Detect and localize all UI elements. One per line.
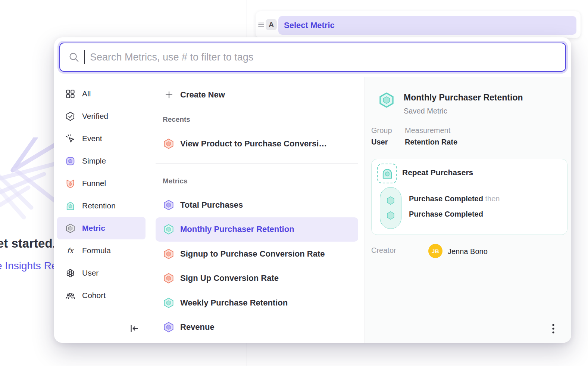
- retention-metric-icon-large: [378, 92, 395, 108]
- sidebar-item-formula[interactable]: fx Formula: [57, 239, 146, 262]
- simple-metric-icon: [65, 156, 75, 166]
- simple-metric-icon: [163, 199, 174, 211]
- metric-item-total-purchases[interactable]: Total Purchases: [156, 193, 358, 217]
- measurement-value: Retention Rate: [405, 138, 457, 146]
- svg-text:fx: fx: [67, 246, 74, 255]
- group-value: User: [371, 138, 388, 146]
- recents-section-header: Recents: [163, 115, 190, 124]
- sidebar-item-label: User: [82, 269, 98, 277]
- sidebar-item-cohort[interactable]: Cohort: [57, 284, 146, 307]
- retention-icon: [65, 201, 75, 211]
- sidebar-item-label: Metric: [82, 224, 105, 233]
- drag-handle-icon[interactable]: [257, 21, 265, 30]
- creator-avatar: JB: [428, 244, 442, 258]
- decorative-chart-lines: [0, 137, 60, 231]
- user-cluster-icon: [65, 268, 75, 278]
- sidebar-item-user[interactable]: User: [57, 262, 146, 284]
- metric-hexagon-icon: [65, 223, 75, 233]
- metrics-list: Total Purchases Monthly Purchaser Retent…: [156, 193, 358, 339]
- create-new-label: Create New: [180, 90, 225, 100]
- background-heading-fragment: et started.: [0, 236, 56, 251]
- metric-item-label: Sign Up Conversion Rate: [180, 273, 279, 283]
- metric-picker-modal: All Verified Event: [54, 37, 571, 343]
- search-icon: [68, 52, 79, 63]
- group-label: Group: [371, 126, 392, 135]
- cursor-click-icon: [65, 134, 75, 144]
- plus-icon: [164, 90, 174, 100]
- search-box[interactable]: [59, 43, 566, 72]
- measurement-label: Measurement: [405, 126, 450, 135]
- sidebar-item-label: Simple: [82, 156, 106, 165]
- metric-item-label: Weekly Purchase Retention: [180, 298, 288, 308]
- sidebar-item-label: Funnel: [82, 179, 106, 188]
- metric-definition-card: Repeat Purchasers Purchase Completed the…: [371, 159, 567, 235]
- sidebar-footer: [54, 314, 149, 343]
- cohort-icon: [65, 291, 75, 301]
- metric-item-revenue[interactable]: Revenue: [156, 315, 358, 340]
- verified-badge-icon: [65, 111, 75, 121]
- metric-item-label: Monthly Purchaser Retention: [180, 224, 294, 234]
- metric-row-badge[interactable]: A: [266, 19, 277, 30]
- metric-item-monthly-purchaser-retention[interactable]: Monthly Purchaser Retention: [156, 217, 358, 242]
- simple-metric-icon: [163, 322, 174, 333]
- detail-footer: [365, 314, 571, 343]
- metric-list-column: Create New Recents View Product to Purch…: [149, 77, 365, 343]
- metric-item-weekly-purchase-retention[interactable]: Weekly Purchase Retention: [156, 291, 358, 315]
- metric-item-label: Revenue: [180, 322, 215, 332]
- sidebar-item-funnel[interactable]: Funnel: [57, 172, 146, 195]
- retention-definition-icon: [377, 164, 397, 183]
- detail-subtitle: Saved Metric: [404, 107, 447, 115]
- funnel-metric-icon: [163, 273, 174, 284]
- sidebar-item-label: Formula: [82, 246, 111, 255]
- list-divider: [156, 163, 358, 164]
- sidebar-item-verified[interactable]: Verified: [57, 105, 146, 127]
- retention-metric-icon: [163, 224, 174, 235]
- category-sidebar: All Verified Event: [54, 77, 149, 343]
- retention-steps-capsule: [380, 187, 401, 229]
- query-builder-row: A Select Metric: [256, 11, 581, 38]
- step-hexagon-icon: [386, 211, 395, 220]
- step-connector: then: [485, 195, 500, 203]
- metric-item-sign-up-conversion[interactable]: Sign Up Conversion Rate: [156, 266, 358, 291]
- recent-metric-label: View Product to Purchase Conversi…: [180, 139, 327, 149]
- sidebar-item-metric[interactable]: Metric: [57, 217, 146, 239]
- detail-title: Monthly Purchaser Retention: [404, 93, 523, 103]
- definition-name: Repeat Purchasers: [402, 168, 473, 177]
- sidebar-item-all[interactable]: All: [57, 83, 146, 105]
- more-options-icon[interactable]: [549, 322, 558, 335]
- background-insights-link[interactable]: e Insights Re: [0, 260, 57, 272]
- step-hexagon-icon: [386, 196, 395, 205]
- sidebar-item-label: All: [82, 89, 91, 98]
- creator-name: Jenna Bono: [448, 247, 488, 256]
- funnel-icon: [65, 179, 75, 189]
- create-new-button[interactable]: Create New: [164, 86, 225, 104]
- sidebar-item-label: Event: [82, 134, 102, 143]
- category-list: All Verified Event: [54, 83, 148, 307]
- formula-icon: fx: [65, 246, 75, 256]
- creator-label: Creator: [371, 246, 396, 255]
- sidebar-item-retention[interactable]: Retention: [57, 195, 146, 217]
- grid-icon: [65, 89, 75, 99]
- sidebar-item-simple[interactable]: Simple: [57, 150, 146, 172]
- metric-item-label: Total Purchases: [180, 200, 243, 210]
- select-metric-pill[interactable]: Select Metric: [278, 16, 576, 35]
- definition-step-2: Purchase Completed: [409, 210, 483, 218]
- sidebar-item-event[interactable]: Event: [57, 127, 146, 150]
- search-input[interactable]: [89, 52, 557, 63]
- sidebar-item-label: Retention: [82, 201, 116, 210]
- funnel-metric-icon: [163, 248, 174, 260]
- definition-step-1: Purchase Completed then: [409, 195, 500, 203]
- collapse-sidebar-icon[interactable]: [129, 323, 139, 334]
- metric-item-label: Signup to Purchase Conversion Rate: [180, 249, 325, 259]
- retention-metric-icon: [163, 297, 174, 308]
- sidebar-item-label: Verified: [82, 112, 108, 121]
- sidebar-item-label: Cohort: [82, 291, 106, 300]
- metric-item-signup-to-purchase[interactable]: Signup to Purchase Conversion Rate: [156, 242, 358, 266]
- funnel-metric-icon: [163, 138, 174, 149]
- metric-detail-panel: Monthly Purchaser Retention Saved Metric…: [365, 77, 571, 343]
- recent-metric-item[interactable]: View Product to Purchase Conversi…: [156, 132, 358, 156]
- text-cursor: [84, 50, 85, 64]
- metrics-section-header: Metrics: [163, 177, 188, 185]
